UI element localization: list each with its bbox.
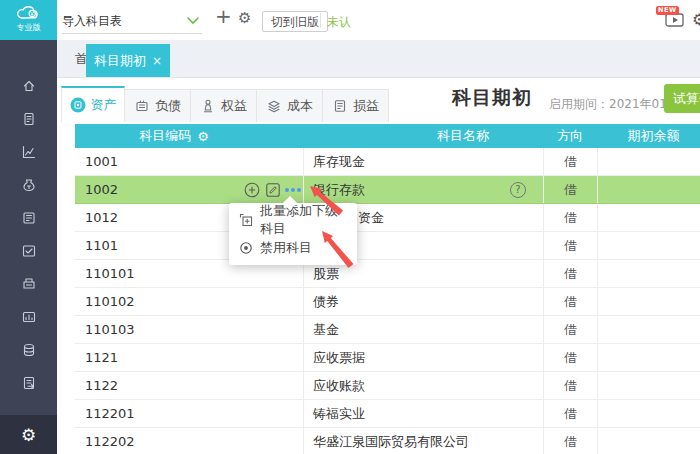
- tab-cost[interactable]: 成本: [257, 89, 323, 122]
- column-settings-gear-icon[interactable]: ⚙: [197, 129, 209, 144]
- table-row[interactable]: 112201铸福实业借: [75, 400, 700, 428]
- cell-subject-name: 应收票据: [303, 344, 543, 371]
- cell-subject-name: 铸福实业: [303, 400, 543, 427]
- cell-opening-balance[interactable]: [597, 316, 700, 343]
- cell-opening-balance[interactable]: [597, 344, 700, 371]
- voucher-transfer-icon: [21, 375, 37, 391]
- topbar: 专业版 导入科目表 + ⚙ 切到旧版 未认 NEW ⚙: [0, 0, 700, 41]
- sidebar-item-ledger-check[interactable]: [21, 243, 37, 259]
- tab-label: 成本: [287, 97, 313, 115]
- tab-label: 资产: [91, 96, 117, 114]
- circle-plus-icon: [244, 182, 260, 198]
- table-row[interactable]: 1002银行存款借 ?: [75, 176, 700, 204]
- home-icon: [21, 78, 37, 94]
- cell-opening-balance[interactable]: [597, 428, 700, 454]
- sidebar-item-report-chart[interactable]: [21, 144, 37, 160]
- row-edit-button[interactable]: [265, 182, 281, 198]
- dashboard-icon: [21, 309, 37, 325]
- pnl-icon: [332, 98, 348, 114]
- tab-subject-opening[interactable]: 科目期初 ×: [86, 44, 170, 77]
- cell-opening-balance[interactable]: [597, 288, 700, 315]
- cell-direction: 借: [543, 204, 597, 231]
- cell-direction: 借: [543, 288, 597, 315]
- cell-opening-balance[interactable]: [597, 204, 700, 231]
- table-row[interactable]: 1012资金借: [75, 204, 700, 232]
- cell-opening-balance[interactable]: [597, 232, 700, 259]
- tab-assets[interactable]: 资产: [61, 86, 125, 122]
- import-select-underline: [62, 33, 202, 34]
- cell-subject-code: 1122: [75, 372, 303, 399]
- row-more-button[interactable]: [285, 188, 301, 192]
- app-logo[interactable]: 专业版: [0, 0, 57, 40]
- equity-icon: [200, 98, 216, 114]
- expense-icon: [21, 342, 37, 358]
- sidebar-item-home[interactable]: [21, 78, 37, 94]
- cell-opening-balance[interactable]: [597, 176, 700, 203]
- service-gear-icon[interactable]: ⚙: [692, 10, 700, 29]
- column-header-direction: 方向: [543, 127, 597, 145]
- window-tabstrip: 首页 科目期初 ×: [57, 40, 700, 78]
- sidebar-item-settings[interactable]: ⚙: [0, 415, 57, 454]
- cloud-logo-icon: [16, 4, 42, 21]
- column-header-name: 科目名称: [303, 127, 543, 145]
- sidebar-item-cashier[interactable]: [21, 276, 37, 292]
- liability-icon: [134, 98, 150, 114]
- sidebar-item-dashboard[interactable]: [21, 309, 37, 325]
- row-add-subaccount-button[interactable]: [244, 182, 260, 198]
- cost-icon: [266, 98, 282, 114]
- cell-opening-balance[interactable]: [597, 260, 700, 287]
- category-tab-group: 负债权益成本损益: [125, 89, 389, 122]
- tab-profit-loss[interactable]: 损益: [323, 89, 389, 122]
- sidebar-item-voucher-transfer[interactable]: [21, 375, 37, 391]
- cell-subject-code: 110103: [75, 316, 303, 343]
- table-body: 1001库存现金借1002银行存款借 ?1012资金借1101借110101股票…: [75, 148, 700, 454]
- cell-opening-balance[interactable]: [597, 372, 700, 399]
- gear-icon[interactable]: ⚙: [238, 9, 251, 27]
- import-subject-select[interactable]: 导入科目表: [62, 13, 122, 30]
- cell-subject-code: 1001: [75, 148, 303, 175]
- certification-status-text[interactable]: 未认: [327, 14, 351, 31]
- table-row[interactable]: 112202华盛江泉国际贸易有限公司借: [75, 428, 700, 454]
- cell-subject-code: 110102: [75, 288, 303, 315]
- ledger-check-icon: [21, 243, 37, 259]
- table-row[interactable]: 110103基金借: [75, 316, 700, 344]
- tab-equity[interactable]: 权益: [191, 89, 257, 122]
- table-row[interactable]: 110101股票借: [75, 260, 700, 288]
- sidebar-item-fund[interactable]: [21, 177, 37, 193]
- cell-direction: 借: [543, 344, 597, 371]
- table-row[interactable]: 110102债券借: [75, 288, 700, 316]
- settings-gear-icon: ⚙: [21, 425, 36, 445]
- sidebar-item-invoice[interactable]: [21, 210, 37, 226]
- table-row[interactable]: 1121应收票据借: [75, 344, 700, 372]
- sidebar-item-expense[interactable]: [21, 342, 37, 358]
- fund-icon: [21, 177, 37, 193]
- cell-direction: 借: [543, 232, 597, 259]
- cell-subject-name: 债券: [303, 288, 543, 315]
- switch-to-old-version-button[interactable]: 切到旧版: [262, 11, 328, 32]
- column-header-code: 科目编码: [139, 127, 191, 145]
- sidebar-item-billing[interactable]: [21, 111, 37, 127]
- add-icon[interactable]: +: [215, 6, 232, 26]
- tab-liabilities[interactable]: 负债: [125, 89, 191, 122]
- table-row[interactable]: 1101借: [75, 232, 700, 260]
- cell-opening-balance[interactable]: [597, 400, 700, 427]
- cell-subject-name: 华盛江泉国际贸易有限公司: [303, 428, 543, 454]
- enable-period-label: 启用期间：2021年01月: [549, 96, 679, 113]
- new-badge: NEW: [656, 6, 679, 15]
- help-icon[interactable]: ?: [510, 182, 526, 198]
- cell-direction: 借: [543, 428, 597, 454]
- cell-opening-balance[interactable]: [597, 148, 700, 175]
- topbar-divider: [320, 13, 321, 28]
- cell-direction: 借: [543, 148, 597, 175]
- cell-direction: 借: [543, 372, 597, 399]
- menu-item-label: 禁用科目: [260, 239, 312, 257]
- invoice-icon: [21, 210, 37, 226]
- trial-balance-button[interactable]: 试算平: [664, 84, 700, 113]
- chevron-down-icon[interactable]: [186, 16, 200, 25]
- table-header: 科目编码 ⚙ 科目名称 方向 期初余额: [75, 124, 700, 148]
- logo-edition-label: 专业版: [0, 24, 57, 32]
- tab-label: 损益: [353, 97, 379, 115]
- table-row[interactable]: 1001库存现金借: [75, 148, 700, 176]
- close-icon[interactable]: ×: [152, 54, 162, 68]
- table-row[interactable]: 1122应收账款借: [75, 372, 700, 400]
